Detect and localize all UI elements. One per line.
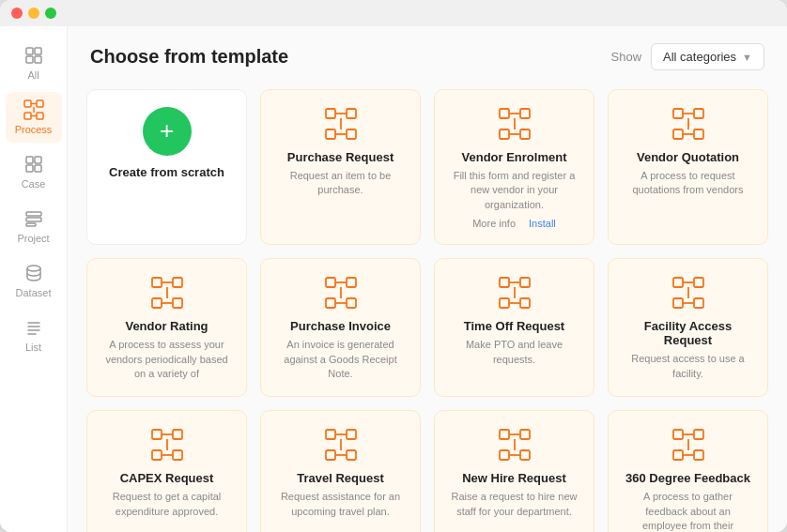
- card-desc: Raise a request to hire new staff for yo…: [448, 490, 580, 519]
- close-dot[interactable]: [11, 8, 23, 19]
- card-time-off-request[interactable]: Time Off Request Make PTO and leave requ…: [434, 258, 594, 397]
- grid-icon: [23, 45, 44, 66]
- title-bar: [0, 0, 787, 26]
- svg-rect-82: [347, 450, 356, 460]
- template-icon: [324, 276, 358, 310]
- card-purchase-invoice[interactable]: Purchase Invoice An invoice is generated…: [260, 258, 421, 397]
- svg-rect-7: [37, 113, 43, 119]
- template-icon: [498, 276, 532, 310]
- sidebar-label-dataset: Dataset: [16, 287, 52, 298]
- svg-rect-73: [173, 430, 182, 439]
- svg-rect-96: [694, 450, 703, 460]
- card-title: Create from scratch: [109, 165, 224, 179]
- card-desc: An invoice is generated against a Goods …: [274, 338, 407, 381]
- svg-rect-75: [173, 450, 182, 460]
- template-icon: [150, 276, 184, 310]
- svg-rect-17: [26, 223, 36, 226]
- template-icon: [150, 428, 184, 462]
- card-title: New Hire Request: [462, 471, 566, 485]
- show-label: Show: [611, 50, 642, 64]
- main-content: Choose from template Show All categories…: [68, 26, 787, 532]
- svg-rect-26: [347, 129, 356, 139]
- template-grid-area: + Create from scratch: [68, 82, 787, 532]
- svg-rect-37: [673, 109, 683, 118]
- page-title: Choose from template: [90, 46, 288, 68]
- create-plus-button[interactable]: +: [143, 107, 192, 156]
- svg-rect-72: [152, 430, 162, 439]
- svg-rect-54: [347, 298, 356, 308]
- svg-rect-67: [673, 298, 683, 308]
- header-controls: Show All categories ▼: [611, 43, 764, 70]
- svg-rect-95: [673, 450, 683, 460]
- card-desc: A process to request quotations from ven…: [622, 169, 754, 198]
- svg-rect-51: [326, 278, 335, 287]
- svg-rect-12: [35, 157, 41, 163]
- sidebar-item-project[interactable]: Project: [6, 201, 62, 251]
- card-title: 360 Degree Feedback: [625, 471, 750, 485]
- maximize-dot[interactable]: [45, 8, 56, 19]
- template-grid: + Create from scratch: [86, 89, 768, 532]
- svg-rect-14: [35, 165, 41, 172]
- svg-rect-5: [37, 100, 43, 107]
- svg-rect-0: [26, 48, 33, 54]
- card-desc: Make PTO and leave requests.: [448, 338, 580, 367]
- card-create-from-scratch[interactable]: + Create from scratch: [86, 89, 247, 245]
- svg-rect-44: [152, 278, 162, 287]
- sidebar-label-project: Project: [17, 233, 49, 244]
- svg-rect-89: [520, 450, 530, 460]
- install-link[interactable]: Install: [529, 218, 556, 229]
- svg-rect-24: [347, 109, 356, 118]
- svg-rect-40: [694, 129, 703, 139]
- svg-rect-30: [500, 109, 509, 118]
- card-title: Vendor Rating: [125, 319, 208, 333]
- svg-rect-87: [520, 430, 530, 439]
- category-dropdown[interactable]: All categories ▼: [651, 43, 764, 70]
- dataset-icon: [23, 263, 44, 283]
- card-desc: Request assistance for an upcoming trave…: [274, 490, 407, 519]
- svg-rect-94: [694, 430, 703, 439]
- svg-rect-33: [520, 129, 530, 139]
- card-desc: A process to assess your vendors periodi…: [100, 338, 233, 381]
- card-desc: Request to get a capital expenditure app…: [100, 490, 233, 519]
- card-capex-request[interactable]: CAPEX Request Request to get a capital e…: [86, 410, 247, 532]
- card-360-feedback[interactable]: 360 Degree Feedback A process to gather …: [608, 410, 768, 532]
- card-travel-request[interactable]: Travel Request Request assistance for an…: [260, 410, 421, 532]
- card-actions: More info Install: [472, 218, 556, 229]
- card-vendor-quotation[interactable]: Vendor Quotation A process to request qu…: [608, 89, 768, 245]
- card-vendor-rating[interactable]: Vendor Rating A process to assess your v…: [86, 258, 247, 397]
- sidebar-label-case: Case: [22, 178, 46, 190]
- svg-rect-52: [347, 278, 356, 287]
- category-value: All categories: [663, 50, 736, 64]
- card-facility-access-request[interactable]: Facility Access Request Request access t…: [608, 258, 768, 397]
- sidebar-item-case[interactable]: Case: [6, 146, 62, 197]
- minimize-dot[interactable]: [28, 8, 39, 19]
- sidebar-item-all[interactable]: All: [6, 38, 62, 88]
- sidebar-label-list: List: [25, 342, 41, 353]
- template-icon: [671, 428, 705, 462]
- svg-rect-39: [673, 129, 683, 139]
- svg-rect-86: [500, 430, 509, 439]
- svg-rect-3: [35, 56, 41, 63]
- process-icon: [23, 99, 44, 120]
- card-title: Vendor Quotation: [637, 150, 739, 164]
- template-icon: [498, 428, 532, 462]
- sidebar-item-process[interactable]: Process: [6, 92, 62, 143]
- sidebar-item-list[interactable]: List: [6, 310, 62, 360]
- template-icon: [324, 107, 358, 141]
- app-body: All Process: [0, 26, 787, 532]
- sidebar-item-dataset[interactable]: Dataset: [6, 255, 62, 306]
- svg-rect-66: [694, 278, 703, 287]
- card-purchase-request[interactable]: Purchase Request Request an item to be p…: [260, 89, 421, 245]
- card-vendor-enrolment[interactable]: Vendor Enrolment Fill this form and regi…: [434, 89, 594, 245]
- template-icon: [671, 276, 705, 310]
- svg-rect-53: [326, 298, 335, 308]
- svg-rect-11: [26, 157, 33, 163]
- sidebar-label-all: All: [27, 69, 39, 81]
- card-title: CAPEX Request: [120, 471, 214, 485]
- more-info-link[interactable]: More info: [472, 218, 516, 229]
- card-title: Facility Access Request: [622, 319, 754, 347]
- card-new-hire-request[interactable]: New Hire Request Raise a request to hire…: [434, 410, 594, 532]
- svg-rect-38: [694, 109, 703, 118]
- svg-rect-16: [26, 218, 41, 221]
- card-title: Purchase Request: [287, 150, 394, 164]
